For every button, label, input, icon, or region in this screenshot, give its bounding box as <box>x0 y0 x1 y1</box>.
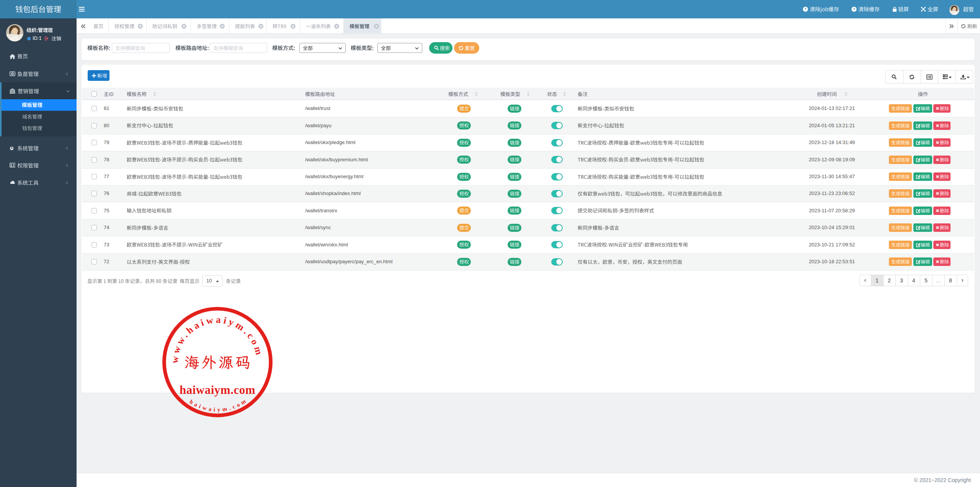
svg-text:?: ? <box>804 7 807 11</box>
svg-text:haiwaiym.com: haiwaiym.com <box>180 383 255 397</box>
svg-text:?: ? <box>853 7 855 11</box>
